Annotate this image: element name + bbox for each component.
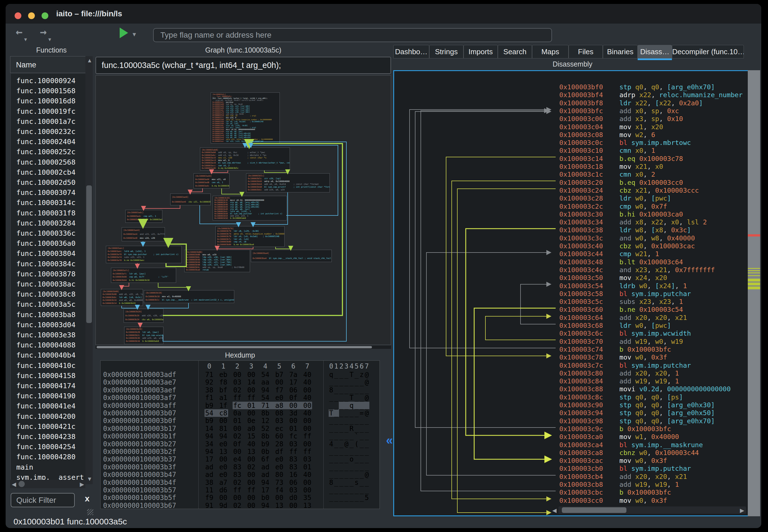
function-list-item[interactable]: func.1000041e4 <box>16 401 76 411</box>
disassembly-hscrollbar[interactable]: ◀ ▶ <box>558 506 746 514</box>
hexdump-byte[interactable]: 06 <box>288 479 298 486</box>
hexdump-address[interactable]: 0x0000000100003b1f <box>103 432 176 440</box>
hexdump-address[interactable]: 0x0000000100003b4f <box>103 479 176 486</box>
hexdump-byte[interactable]: 92 <box>205 378 214 386</box>
hexdump-ascii-char[interactable]: _ <box>364 455 369 463</box>
hexdump-ascii-char[interactable]: 4 <box>329 440 334 448</box>
hexdump-byte[interactable]: b0 <box>260 494 270 502</box>
tab-disass-[interactable]: Disass… <box>638 45 672 58</box>
hexdump-byte[interactable]: 00 <box>288 502 298 509</box>
hexdump-byte[interactable]: 0f <box>233 440 242 448</box>
hexdump-byte[interactable]: e0 <box>219 471 228 479</box>
disassembly-line[interactable]: 0x100003c34add x8, x22, x0, lsl 2 <box>394 218 751 226</box>
hexdump-byte[interactable]: eb <box>219 371 228 379</box>
function-list-item[interactable]: func.1000040b4 <box>16 350 76 360</box>
hexdump-byte[interactable]: f8 <box>219 378 228 386</box>
disassembly-line[interactable]: 0x100003bf0stp q0, q0, [arg_e0hx70] <box>394 83 751 91</box>
hexdump-byte[interactable]: 60 <box>274 432 284 440</box>
hexdump-byte[interactable]: 17 <box>205 455 214 463</box>
hexdump-ascii-char[interactable]: _ <box>329 463 334 471</box>
graph-node[interactable]: [0x100003ae0]0x100003ae0 cbz x21, 0x1000… <box>170 194 211 205</box>
hexdump-byte[interactable]: e0 <box>274 455 284 463</box>
hexdump-byte[interactable]: 9d <box>219 502 228 509</box>
hexdump-ascii-char[interactable]: _ <box>364 386 369 394</box>
hexdump-byte[interactable]: 02 <box>233 479 242 486</box>
scroll-left-icon[interactable]: ◀ <box>552 507 556 514</box>
hexdump-byte[interactable]: 38 <box>205 386 214 394</box>
function-list-item[interactable]: func.10000252c <box>16 147 76 157</box>
hexdump-byte[interactable]: 94 <box>260 502 270 509</box>
hexdump-byte[interactable]: 00 <box>233 448 242 456</box>
hexdump-byte[interactable]: 03 <box>303 455 312 463</box>
hexdump-ascii-char[interactable]: T <box>329 409 334 417</box>
hexdump-byte[interactable]: 11 <box>205 486 214 494</box>
hexdump-byte[interactable]: 13 <box>247 448 256 456</box>
disassembly-line[interactable]: 0x100003c58bl sym.imp.putchar <box>394 290 751 298</box>
hexdump-ascii-char[interactable]: _ <box>334 448 339 456</box>
function-list-item[interactable]: func.100003804 <box>16 249 76 259</box>
hexdump-ascii-char[interactable]: _ <box>344 432 349 440</box>
graph-node[interactable]: [0x100003b28]0x100003b28 ldr w0, [pwc]0x… <box>124 327 163 344</box>
disassembly-vscrollbar[interactable] <box>748 70 760 516</box>
hexdump-ascii-char[interactable]: _ <box>364 432 369 440</box>
hexdump-byte[interactable]: 00 <box>303 479 312 486</box>
hexdump-byte[interactable]: b9 <box>205 417 214 425</box>
hexdump-ascii-char[interactable]: _ <box>359 494 364 502</box>
graph-node[interactable]: [0x100003b88]0x100003b88 mov w0, w190x10… <box>184 250 250 272</box>
hexdump-ascii-char[interactable]: _ <box>339 471 344 479</box>
hexdump-byte[interactable]: 02 <box>233 386 242 394</box>
hexdump-byte[interactable]: 8b <box>260 409 270 417</box>
function-list-item[interactable]: func.100003284 <box>16 218 76 228</box>
hexdump-byte[interactable]: 94 <box>260 479 270 486</box>
functions-vscrollbar[interactable]: ▲ ▼ <box>85 56 93 484</box>
hexdump-byte[interactable]: 54 <box>260 394 270 402</box>
graph-node[interactable]: [0x100003b5c]0x100003b5c str x20, [sp]0x… <box>246 173 330 192</box>
hexdump-byte[interactable]: 40 <box>303 371 312 379</box>
hexdump-ascii-char[interactable]: _ <box>344 417 349 425</box>
hexdump-byte[interactable]: 17 <box>288 378 298 386</box>
hexdump-ascii-char[interactable]: _ <box>339 463 344 471</box>
hexdump-byte[interactable]: 00 <box>303 440 312 448</box>
hexdump-byte[interactable]: 35 <box>303 494 312 502</box>
function-list-item[interactable]: func.100001568 <box>16 86 76 96</box>
hexdump-byte[interactable]: a0 <box>247 425 256 433</box>
hexdump-ascii-char[interactable]: _ <box>334 402 339 410</box>
function-list-item[interactable]: func.1000038c8 <box>16 289 76 299</box>
hexdump-byte[interactable]: ad <box>205 463 214 471</box>
hexdump-ascii-char[interactable]: _ <box>329 402 334 410</box>
hexdump-ascii-char[interactable]: _ <box>354 378 359 386</box>
function-signature[interactable]: func.100003a5c (wchar_t *arg1, int64_t a… <box>96 57 391 74</box>
disassembly-line[interactable]: 0x100003c04mov x1, x20 <box>394 123 751 131</box>
hexdump-ascii-char[interactable]: @ <box>364 409 369 417</box>
tab-strings[interactable]: Strings <box>429 45 463 58</box>
hexdump-ascii-char[interactable]: 5 <box>364 494 369 502</box>
hexdump-byte[interactable]: 40 <box>303 394 312 402</box>
hexdump-ascii-char[interactable]: _ <box>354 471 359 479</box>
hexdump-byte[interactable]: e0 <box>219 463 228 471</box>
function-list-item[interactable]: func.100003074 <box>16 188 76 198</box>
hexdump-address[interactable]: 0x0000000100003b67 <box>103 502 176 509</box>
hexdump-ascii-char[interactable]: _ <box>339 417 344 425</box>
hexdump-byte[interactable]: 91 <box>205 502 214 509</box>
hexdump-ascii-char[interactable]: _ <box>359 378 364 386</box>
graph-node[interactable]: [0x100003b18]0x100003b18 mov w1, 0x40000… <box>144 290 234 303</box>
disassembly-line[interactable]: 0x100003c7cbl sym.imp.putchar <box>394 362 751 369</box>
hexdump-byte[interactable]: 15 <box>247 432 256 440</box>
hexdump-address[interactable]: 0x0000000100003b07 <box>103 409 176 417</box>
hexdump-ascii-char[interactable]: _ <box>349 502 354 509</box>
hexdump-address[interactable]: 0x0000000100003b3f <box>103 463 176 471</box>
hexdump-ascii-char[interactable]: _ <box>344 386 349 394</box>
hexdump-ascii-char[interactable]: _ <box>354 417 359 425</box>
hexdump-ascii-char[interactable]: _ <box>339 440 344 448</box>
hexdump-address[interactable]: 0x0000000100003b47 <box>103 471 176 479</box>
hexdump-ascii-char[interactable]: _ <box>354 402 359 410</box>
disassembly-line[interactable]: 0x100003ca0mov w1, 0x40000 <box>394 433 751 441</box>
hexdump-ascii-char[interactable]: _ <box>334 440 339 448</box>
disassembly-line[interactable]: 0x100003c2ccmp w0, 0x7f <box>394 203 751 210</box>
hexdump-byte[interactable]: 08 <box>274 409 284 417</box>
hexdump-byte[interactable]: 8b <box>260 432 270 440</box>
hexdump-ascii-char[interactable]: _ <box>359 394 364 402</box>
disassembly-line[interactable]: 0x100003c9cb 0x100003bfc <box>394 425 751 433</box>
hexdump-ascii-char[interactable]: _ <box>354 425 359 433</box>
hexdump-byte[interactable]: 83 <box>233 471 242 479</box>
